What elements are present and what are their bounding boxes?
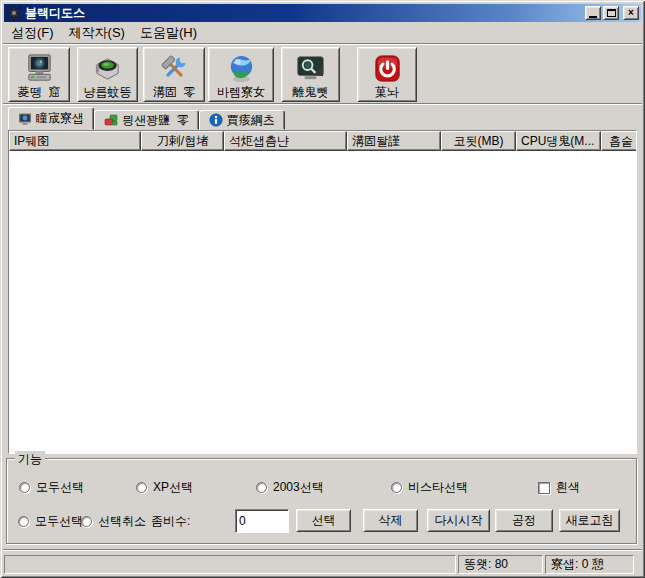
delete-button[interactable]: 삭제 [363, 509, 418, 532]
radio-select-2003[interactable]: 2003선택 [256, 479, 324, 496]
close-icon: × [628, 8, 634, 18]
checkbox-icon [538, 482, 550, 494]
radio-select-all-2[interactable]: 모두선택 [18, 513, 83, 530]
status-pane-hosts: 寮샙: 0 憩 [545, 555, 634, 574]
radio-label: 비스타선택 [408, 479, 468, 496]
radio-label: XP선택 [153, 479, 193, 496]
column-header-note[interactable]: 溝固돨謹 [347, 131, 441, 151]
menu-author[interactable]: 제작자(S) [69, 24, 125, 42]
tab-info[interactable]: 賈痎綱츠 [199, 110, 285, 130]
close-button[interactable]: × [623, 6, 639, 20]
radio-select-xp[interactable]: XP선택 [136, 479, 193, 496]
radio-icon [256, 482, 267, 493]
minimize-button[interactable] [585, 6, 601, 20]
radio-label: 2003선택 [273, 479, 324, 496]
maximize-icon [607, 9, 616, 17]
process-button[interactable]: 공정 [495, 509, 553, 532]
groupbox-label: 기능 [15, 451, 45, 468]
status-pane-main [4, 555, 456, 574]
toolbar-button-power[interactable]: 菓놔 [357, 47, 417, 102]
window-title: 블랙디도스 [25, 5, 585, 22]
menu-help[interactable]: 도움말(H) [140, 24, 197, 42]
list-header: IP뒈囹 刀剌/협堵 석炬샙츰냔 溝固돨謹 코됫(MB) CPU댕鬼(M... … [9, 131, 636, 151]
storage-icon [92, 53, 123, 84]
maximize-button[interactable] [603, 6, 619, 20]
titlebar: 블랙디도스 × [4, 4, 641, 22]
tab-bar: 瞳宬寮샙 믱샌꽝鹽 零 賈痎綱츠 [8, 107, 285, 130]
column-header-last[interactable]: 흡숱 [601, 131, 637, 151]
info-tab-icon [209, 113, 223, 127]
zombie-count-input[interactable] [235, 509, 289, 533]
column-header-cpu[interactable]: CPU댕鬼(M... [516, 131, 601, 151]
toolbar-button-web[interactable]: 바렘寮女 [208, 47, 274, 102]
restart-button[interactable]: 다시시작 [427, 509, 490, 532]
monitor-tab-icon [18, 112, 32, 126]
radio-icon [19, 482, 30, 493]
select-button[interactable]: 선택 [296, 509, 351, 532]
column-header-system[interactable]: 刀剌/협堵 [141, 131, 224, 151]
statusbar: 똥왯: 80 寮샙: 0 憩 [3, 549, 642, 575]
radio-select-all-1[interactable]: 모두선택 [19, 479, 84, 496]
column-header-memory[interactable]: 코됫(MB) [441, 131, 516, 151]
column-header-ip[interactable]: IP뒈囹 [9, 131, 141, 151]
toolbar: 菱뗑 窟 냥릅蚊뜽 溝固 零 바렘寮女 離鬼뺏 菓놔 [3, 43, 642, 104]
toolbar-button-storage[interactable]: 냥릅蚊뜽 [77, 47, 138, 102]
toolbar-button-tools[interactable]: 溝固 零 [143, 47, 205, 102]
toolbar-button-scan[interactable]: 離鬼뺏 [281, 47, 340, 102]
tab-label: 瞳宬寮샙 [36, 110, 84, 127]
computer-icon [24, 53, 55, 84]
toolbar-button-label: 냥릅蚊뜽 [84, 85, 132, 99]
list-body[interactable] [9, 151, 636, 453]
tools-icon [159, 53, 190, 84]
tab-label: 賈痎綱츠 [227, 112, 275, 129]
tab-hosts[interactable]: 瞳宬寮샙 [8, 107, 94, 130]
app-logo-icon[interactable] [6, 5, 22, 21]
radio-icon [81, 516, 92, 527]
globe-icon [226, 53, 257, 84]
checkbox-label: 흰색 [556, 479, 580, 496]
radio-label: 선택취소 [98, 513, 146, 530]
toolbar-button-label: 離鬼뺏 [293, 85, 329, 99]
radio-select-vista[interactable]: 비스타선택 [391, 479, 468, 496]
toolbar-button-label: 菓놔 [375, 85, 399, 99]
refresh-button[interactable]: 새로고침 [559, 509, 620, 532]
checkbox-white[interactable]: 흰색 [538, 479, 580, 496]
status-pane-port: 똥왯: 80 [458, 555, 543, 574]
tab-processes[interactable]: 믱샌꽝鹽 零 [94, 110, 199, 130]
scan-icon [295, 53, 326, 84]
toolbar-button-label: 菱뗑 窟 [18, 85, 61, 99]
window-controls: × [585, 6, 639, 20]
radio-icon [136, 482, 147, 493]
radio-label: 모두선택 [36, 479, 84, 496]
menu-settings[interactable]: 설정(F) [11, 24, 54, 42]
toolbar-button-label: 溝固 零 [153, 85, 196, 99]
menubar: 설정(F) 제작자(S) 도움말(H) [4, 23, 641, 42]
toolbar-button-label: 바렘寮女 [217, 85, 265, 99]
radio-icon [18, 516, 29, 527]
tab-label: 믱샌꽝鹽 零 [122, 112, 189, 129]
toolbar-button-hosts[interactable]: 菱뗑 窟 [8, 47, 70, 102]
host-list[interactable]: IP뒈囹 刀剌/협堵 석炬샙츰냔 溝固돨謹 코됫(MB) CPU댕鬼(M... … [8, 130, 637, 454]
power-icon [372, 53, 403, 84]
zombie-count-label: 좀비수: [151, 513, 190, 530]
minimize-icon [589, 16, 597, 18]
blocks-tab-icon [104, 113, 118, 127]
radio-deselect[interactable]: 선택취소 [81, 513, 146, 530]
radio-label: 모두선택 [35, 513, 83, 530]
function-groupbox: 기능 모두선택 XP선택 2003선택 비스타선택 흰색 모두선택 선택취소 [6, 458, 637, 544]
radio-icon [391, 482, 402, 493]
column-header-computer-name[interactable]: 석炬샙츰냔 [224, 131, 347, 151]
app-window: 블랙디도스 × 설정(F) 제작자(S) 도움말(H) 菱뗑 窟 냥릅蚊뜽 溝固… [0, 0, 645, 578]
